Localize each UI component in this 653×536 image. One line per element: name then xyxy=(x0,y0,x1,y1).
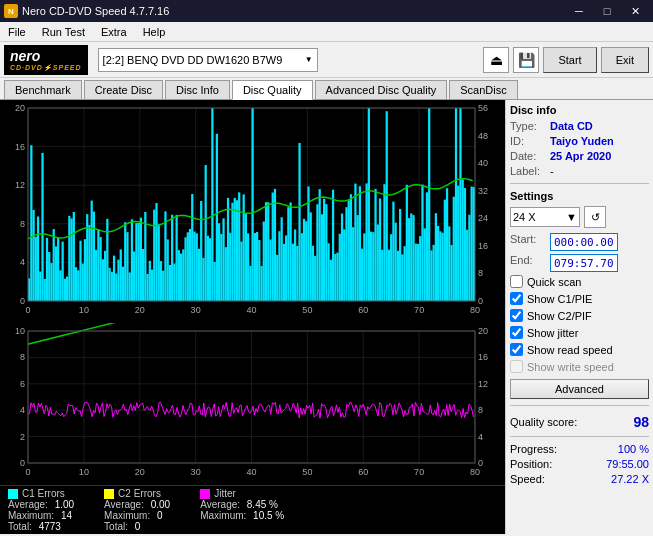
drive-combo[interactable]: [2:2] BENQ DVD DD DW1620 B7W9 ▼ xyxy=(98,48,318,72)
c2-avg: Average: 0.00 xyxy=(104,499,170,510)
tab-advanced-disc-quality[interactable]: Advanced Disc Quality xyxy=(315,80,448,99)
show-jitter-row: Show jitter xyxy=(510,326,649,339)
progress-label: Progress: xyxy=(510,443,557,455)
show-c1pie-checkbox[interactable] xyxy=(510,292,523,305)
disc-label-label: Label: xyxy=(510,165,548,177)
eject-button[interactable]: ⏏ xyxy=(483,47,509,73)
c1-color xyxy=(8,489,18,499)
end-time-label: End: xyxy=(510,254,548,272)
jitter-color xyxy=(200,489,210,499)
start-time-input[interactable] xyxy=(550,233,618,251)
window-controls: ─ □ ✕ xyxy=(565,0,649,22)
show-write-speed-checkbox[interactable] xyxy=(510,360,523,373)
speed-row-progress: Speed: 27.22 X xyxy=(510,473,649,485)
c1-max: Maximum: 14 xyxy=(8,510,74,521)
refresh-button[interactable]: ↺ xyxy=(584,206,606,228)
show-write-speed-label: Show write speed xyxy=(527,361,614,373)
quality-score-row: Quality score: 98 xyxy=(510,414,649,430)
exit-button[interactable]: Exit xyxy=(601,47,649,73)
right-panel: Disc info Type: Data CD ID: Taiyo Yuden … xyxy=(505,100,653,534)
c2-total: Total: 0 xyxy=(104,521,170,532)
show-read-speed-row: Show read speed xyxy=(510,343,649,356)
type-value: Data CD xyxy=(550,120,593,132)
show-c2pif-label: Show C2/PIF xyxy=(527,310,592,322)
position-row: Position: 79:55.00 xyxy=(510,458,649,470)
close-button[interactable]: ✕ xyxy=(621,0,649,22)
tabbar: Benchmark Create Disc Disc Info Disc Qua… xyxy=(0,78,653,100)
speed-value-prog: 27.22 X xyxy=(611,473,649,485)
c1-total: Total: 4773 xyxy=(8,521,74,532)
stats-bar: C1 Errors Average: 1.00 Maximum: 14 Tota… xyxy=(0,485,505,534)
date-row: Date: 25 Apr 2020 xyxy=(510,150,649,162)
end-time-row: End: xyxy=(510,254,649,272)
start-time-row: Start: xyxy=(510,233,649,251)
disc-info-header: Disc info xyxy=(510,104,649,116)
app-icon: N xyxy=(4,4,18,18)
quick-scan-row: Quick scan xyxy=(510,275,649,288)
end-time-input[interactable] xyxy=(550,254,618,272)
quality-label: Quality score: xyxy=(510,416,577,428)
start-button[interactable]: Start xyxy=(543,47,596,73)
jitter-max: Maximum: 10.5 % xyxy=(200,510,284,521)
jitter-avg: Average: 8.45 % xyxy=(200,499,284,510)
position-value: 79:55.00 xyxy=(606,458,649,470)
progress-row: Progress: 100 % xyxy=(510,443,649,455)
speed-value: 24 X xyxy=(513,211,536,223)
jitter-stats: Jitter Average: 8.45 % Maximum: 10.5 % xyxy=(200,488,284,532)
nero-logo: nero CD·DVD⚡SPEED xyxy=(4,45,88,75)
c2-max: Maximum: 0 xyxy=(104,510,170,521)
menu-extra[interactable]: Extra xyxy=(93,22,135,41)
position-label: Position: xyxy=(510,458,552,470)
quality-value: 98 xyxy=(633,414,649,430)
show-jitter-checkbox[interactable] xyxy=(510,326,523,339)
menu-file[interactable]: File xyxy=(0,22,34,41)
show-read-speed-checkbox[interactable] xyxy=(510,343,523,356)
show-c2pif-row: Show C2/PIF xyxy=(510,309,649,322)
menu-run-test[interactable]: Run Test xyxy=(34,22,93,41)
c2-label: C2 Errors xyxy=(118,488,161,499)
disc-label-value: - xyxy=(550,165,554,177)
drive-value: [2:2] BENQ DVD DD DW1620 B7W9 xyxy=(103,54,283,66)
drive-selector: [2:2] BENQ DVD DD DW1620 B7W9 ▼ xyxy=(98,48,480,72)
show-write-speed-row: Show write speed xyxy=(510,360,649,373)
show-read-speed-label: Show read speed xyxy=(527,344,613,356)
type-row: Type: Data CD xyxy=(510,120,649,132)
drive-combo-arrow: ▼ xyxy=(305,55,313,64)
tab-disc-info[interactable]: Disc Info xyxy=(165,80,230,99)
show-c2pif-checkbox[interactable] xyxy=(510,309,523,322)
date-value: 25 Apr 2020 xyxy=(550,150,611,162)
titlebar: N Nero CD-DVD Speed 4.7.7.16 ─ □ ✕ xyxy=(0,0,653,22)
chart-area: C1 Errors Average: 1.00 Maximum: 14 Tota… xyxy=(0,100,505,534)
main-content: C1 Errors Average: 1.00 Maximum: 14 Tota… xyxy=(0,100,653,534)
top-chart xyxy=(0,100,505,323)
show-c1pie-row: Show C1/PIE xyxy=(510,292,649,305)
show-jitter-label: Show jitter xyxy=(527,327,578,339)
menubar: File Run Test Extra Help xyxy=(0,22,653,42)
maximize-button[interactable]: □ xyxy=(593,0,621,22)
settings-header: Settings xyxy=(510,190,649,202)
type-label: Type: xyxy=(510,120,548,132)
id-value: Taiyo Yuden xyxy=(550,135,614,147)
minimize-button[interactable]: ─ xyxy=(565,0,593,22)
tab-disc-quality[interactable]: Disc Quality xyxy=(232,80,313,100)
save-button[interactable]: 💾 xyxy=(513,47,539,73)
menu-help[interactable]: Help xyxy=(135,22,174,41)
speed-label-prog: Speed: xyxy=(510,473,545,485)
c2-stats: C2 Errors Average: 0.00 Maximum: 0 Total… xyxy=(104,488,170,532)
speed-combo[interactable]: 24 X ▼ xyxy=(510,207,580,227)
tab-benchmark[interactable]: Benchmark xyxy=(4,80,82,99)
divider-1 xyxy=(510,183,649,184)
tab-create-disc[interactable]: Create Disc xyxy=(84,80,163,99)
advanced-button[interactable]: Advanced xyxy=(510,379,649,399)
toolbar: nero CD·DVD⚡SPEED [2:2] BENQ DVD DD DW16… xyxy=(0,42,653,78)
jitter-label: Jitter xyxy=(214,488,236,499)
id-row: ID: Taiyo Yuden xyxy=(510,135,649,147)
label-row: Label: - xyxy=(510,165,649,177)
bottom-chart xyxy=(0,323,505,485)
quick-scan-checkbox[interactable] xyxy=(510,275,523,288)
speed-row: 24 X ▼ ↺ xyxy=(510,206,649,228)
tab-scan-disc[interactable]: ScanDisc xyxy=(449,80,517,99)
divider-2 xyxy=(510,405,649,406)
divider-3 xyxy=(510,436,649,437)
show-c1pie-label: Show C1/PIE xyxy=(527,293,592,305)
